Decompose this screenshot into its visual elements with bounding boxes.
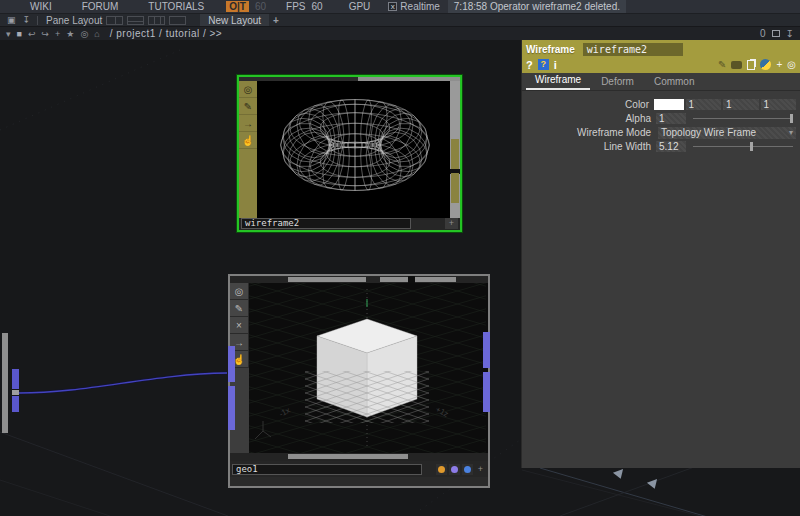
chevron-down-icon[interactable]: ▾ bbox=[6, 29, 11, 39]
pane-layout-dropdown[interactable]: Pane Layout bbox=[46, 15, 102, 26]
tab-common[interactable]: Common bbox=[645, 76, 704, 90]
bookmark-icon[interactable]: ↧ bbox=[23, 14, 31, 26]
tab-deform[interactable]: Deform bbox=[592, 76, 643, 90]
edge-node-body[interactable] bbox=[2, 333, 8, 433]
tab-wireframe[interactable]: Wireframe bbox=[526, 74, 590, 90]
wireframe2-resize-icon[interactable]: + bbox=[445, 218, 458, 229]
line-width-label[interactable]: Line Width bbox=[522, 141, 656, 152]
edge-node-connector-notch bbox=[12, 390, 19, 395]
breadcrumb[interactable]: / project1 / tutorial / >> bbox=[110, 28, 223, 39]
pane-collapse-icon[interactable]: ↧ bbox=[786, 28, 794, 39]
node-geo1[interactable]: ◎ ✎ × → ☝ -1x+1z geo1 + bbox=[228, 274, 490, 488]
parameter-tabs: Wireframe Deform Common bbox=[522, 73, 800, 91]
layout-preset-split-vertical[interactable] bbox=[106, 16, 123, 25]
gpu-label[interactable]: GPU bbox=[349, 1, 371, 12]
status-message: 7:18:58 Operator wireframe2 deleted. bbox=[448, 0, 626, 13]
network-editor[interactable]: ◎ ✎ → ☝ wireframe2 + bbox=[0, 40, 800, 516]
alpha-field[interactable]: 1 bbox=[656, 113, 686, 124]
menu-wiki[interactable]: WIKI bbox=[30, 1, 52, 12]
cube-3d-graphic: -1x+1z bbox=[249, 283, 486, 453]
wireframe2-output-connector-2[interactable] bbox=[451, 173, 459, 203]
display-flag-purple[interactable] bbox=[449, 464, 460, 475]
svg-text:+1z: +1z bbox=[434, 405, 450, 419]
node-wireframe2[interactable]: ◎ ✎ → ☝ wireframe2 + bbox=[237, 75, 462, 232]
param-row-wireframe-mode: Wireframe Mode Topology Wire Frame ▾ bbox=[522, 126, 800, 139]
geo1-output-connector[interactable] bbox=[483, 332, 490, 368]
wireframe-mode-dropdown[interactable]: Topology Wire Frame ▾ bbox=[658, 127, 796, 139]
delete-icon[interactable]: × bbox=[230, 317, 249, 334]
fps-value: 60 bbox=[312, 1, 323, 12]
geo1-top-strip bbox=[230, 276, 488, 283]
wireframe-mode-label[interactable]: Wireframe Mode bbox=[522, 127, 656, 138]
add-icon[interactable]: + bbox=[55, 29, 60, 39]
home-icon[interactable]: ⌂ bbox=[94, 29, 99, 39]
alpha-label[interactable]: Alpha bbox=[522, 113, 656, 124]
color-r-field[interactable]: 1 bbox=[686, 99, 721, 110]
edit-icon[interactable]: ✎ bbox=[230, 300, 249, 317]
comment-icon[interactable] bbox=[731, 61, 742, 69]
display-flag-icon[interactable]: ◎ bbox=[239, 81, 257, 98]
layout-preset-split-three[interactable] bbox=[148, 16, 165, 25]
realtime-toggle[interactable]: x Realtime bbox=[388, 1, 439, 12]
edge-node-output-connector-2[interactable] bbox=[12, 396, 19, 412]
gear-target-icon[interactable]: ◎ bbox=[787, 59, 796, 70]
copy-parameters-icon[interactable] bbox=[747, 60, 755, 70]
color-b-field[interactable]: 1 bbox=[761, 99, 796, 110]
line-width-field[interactable]: 5.12 bbox=[656, 141, 686, 152]
geo1-input-connector-2[interactable] bbox=[228, 386, 235, 430]
geo1-resize-icon[interactable]: + bbox=[475, 464, 486, 475]
operator-name-field[interactable]: wireframe2 bbox=[583, 43, 683, 56]
wireframe2-viewer-toolbar: ◎ ✎ → ☝ bbox=[239, 81, 257, 218]
add-layout-tab-button[interactable]: + bbox=[273, 15, 279, 26]
geo1-bottom-connector bbox=[288, 454, 408, 459]
parameter-panel: Wireframe wireframe2 ? ? i ✎ + ◎ Wirefra… bbox=[521, 40, 800, 468]
oit-badge[interactable]: O|T bbox=[226, 1, 249, 12]
menu-forum[interactable]: FORUM bbox=[82, 1, 119, 12]
param-row-line-width: Line Width 5.12 bbox=[522, 140, 800, 153]
tab-new-layout[interactable]: New Layout bbox=[200, 14, 269, 27]
pick-icon[interactable]: ☝ bbox=[239, 132, 257, 149]
render-flag-orange[interactable] bbox=[436, 464, 447, 475]
info-icon[interactable]: i bbox=[554, 59, 557, 71]
geo1-viewport[interactable]: -1x+1z bbox=[249, 283, 488, 453]
layout-toolbar: ▣ ↧ Pane Layout New Layout + bbox=[0, 13, 800, 26]
layout-preset-single[interactable] bbox=[169, 16, 186, 25]
alpha-slider[interactable] bbox=[693, 113, 793, 124]
color-label[interactable]: Color bbox=[522, 99, 654, 110]
wireframe2-output-connector[interactable] bbox=[451, 139, 459, 169]
search-icon[interactable]: ◎ bbox=[80, 29, 88, 39]
edge-node-partial[interactable] bbox=[0, 333, 20, 433]
edit-icon[interactable]: ✎ bbox=[239, 98, 257, 115]
help-icon[interactable]: ? bbox=[526, 59, 533, 71]
color-g-field[interactable]: 1 bbox=[723, 99, 758, 110]
geo1-output-connector-2[interactable] bbox=[483, 372, 490, 412]
alpha-slider-handle[interactable] bbox=[790, 114, 793, 123]
line-width-slider-handle[interactable] bbox=[750, 142, 753, 151]
geo1-top-notch bbox=[408, 276, 415, 283]
geo1-name-field[interactable]: geo1 bbox=[232, 464, 422, 475]
python-mode-icon[interactable] bbox=[760, 59, 771, 70]
wireframe2-viewer[interactable] bbox=[257, 81, 450, 218]
bookmark-star-icon[interactable]: ★ bbox=[66, 29, 74, 39]
back-icon[interactable]: ↩ bbox=[28, 29, 36, 39]
python-help-icon[interactable]: ? bbox=[538, 59, 549, 70]
bypass-arrow-icon[interactable]: → bbox=[239, 115, 257, 132]
edge-node-output-connector[interactable] bbox=[12, 369, 19, 389]
pane-maximize-icon[interactable] bbox=[772, 30, 780, 37]
line-width-slider[interactable] bbox=[693, 141, 793, 152]
color-swatch[interactable] bbox=[654, 99, 684, 110]
display-flag-icon[interactable]: ◎ bbox=[230, 283, 249, 300]
forward-icon[interactable]: ↪ bbox=[42, 29, 50, 39]
parameter-panel-header[interactable]: Wireframe wireframe2 ? ? i ✎ + ◎ bbox=[522, 40, 800, 73]
stop-icon[interactable]: ■ bbox=[17, 29, 22, 39]
geo1-input-connector[interactable] bbox=[228, 346, 235, 382]
realtime-checkbox-icon[interactable]: x bbox=[388, 2, 397, 11]
expression-pencil-icon[interactable]: ✎ bbox=[718, 59, 726, 70]
wireframe2-name-bar: wireframe2 + bbox=[239, 218, 460, 230]
menu-tutorials[interactable]: TUTORIALS bbox=[148, 1, 204, 12]
layout-preset-split-horizontal[interactable] bbox=[127, 16, 144, 25]
add-parameter-icon[interactable]: + bbox=[776, 59, 782, 70]
wireframe2-name-field[interactable]: wireframe2 bbox=[241, 218, 411, 229]
viewer-flag-blue[interactable] bbox=[462, 464, 473, 475]
window-icon[interactable]: ▣ bbox=[7, 14, 16, 26]
